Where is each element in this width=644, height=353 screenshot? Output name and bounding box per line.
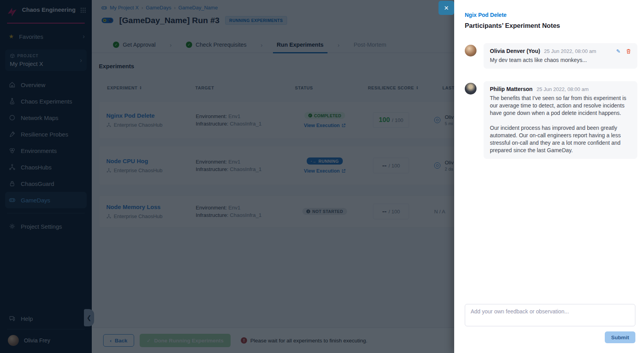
note-item: Philip Matterson 25 Jun 2022, 08:00 am T… — [465, 81, 637, 159]
chaos-engineering-app: Chaos Engineering ★ Favorites › PROJECT … — [0, 0, 644, 353]
note-card: Philip Matterson 25 Jun 2022, 08:00 am T… — [484, 81, 637, 159]
drawer-close-button[interactable]: × — [438, 1, 454, 15]
drawer-experiment-link[interactable]: Ngix Pod Delete — [465, 12, 507, 18]
note-card: Olivia Denver (You) 25 Jun 2022, 08:00 a… — [484, 43, 637, 69]
note-author: Olivia Denver (You) — [490, 48, 540, 54]
edit-note-icon[interactable]: ✎ — [616, 48, 620, 54]
drawer-title: Participants’ Experiment Notes — [465, 22, 560, 29]
notes-drawer: Ngix Pod Delete Participants’ Experiment… — [454, 0, 644, 353]
note-text: My dev team acts like chaos monkeys... — [490, 56, 631, 64]
note-timestamp: 25 Jun 2022, 08:00 am — [537, 86, 631, 92]
avatar — [465, 45, 477, 56]
avatar — [465, 83, 477, 95]
note-timestamp: 25 Jun 2022, 08:00 am — [544, 48, 616, 54]
note-author: Philip Matterson — [490, 86, 533, 92]
close-icon: × — [444, 4, 449, 13]
feedback-input[interactable] — [465, 304, 635, 326]
note-text: The benefits that I’ve seen so far from … — [490, 95, 631, 154]
submit-button[interactable]: Submit — [605, 331, 635, 343]
note-item: Olivia Denver (You) 25 Jun 2022, 08:00 a… — [465, 43, 637, 69]
delete-note-icon[interactable] — [626, 49, 631, 54]
